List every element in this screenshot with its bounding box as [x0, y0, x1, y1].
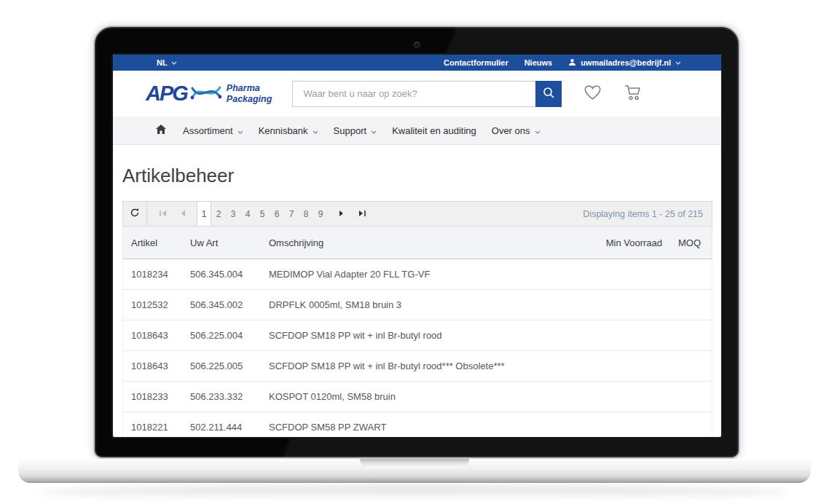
cell-uw-art: 506.225.005: [190, 361, 269, 371]
nav-home-button[interactable]: [155, 124, 167, 137]
cell-uw-art: 506.345.002: [190, 299, 269, 310]
table-row[interactable]: 1018643 506.225.004 SCFDOP SM18 PP wit +…: [122, 320, 712, 351]
cell-artikel: 1018221: [123, 422, 190, 433]
cell-uw-art: 506.225.004: [190, 330, 269, 341]
page-number-6[interactable]: 6: [270, 202, 284, 226]
page-number-1[interactable]: 1: [197, 202, 211, 226]
cell-artikel: 1018234: [123, 269, 190, 280]
search-input[interactable]: [292, 81, 535, 107]
cell-uw-art: 506.345.004: [190, 269, 269, 280]
cell-omschrijving: SCFDOP SM58 PP ZWART: [269, 422, 582, 433]
nav-item-assortiment[interactable]: Assortiment: [183, 125, 243, 136]
language-selector[interactable]: NL: [157, 58, 177, 67]
nav-item-label: Kennisbank: [259, 125, 308, 136]
chevron-down-icon: [535, 125, 541, 136]
cell-omschrijving: KOSPOT 0120ml, SM58 bruin: [269, 391, 582, 402]
article-grid: 1 2 3 4 5 6 7 8 9: [122, 201, 712, 437]
pager-prev-icon: [180, 209, 186, 219]
company-logo[interactable]: APG Pharma Packaging: [146, 82, 272, 106]
chevron-down-icon: [171, 61, 177, 65]
nav-item-label: Kwaliteit en auditing: [392, 125, 476, 136]
nav-item-support[interactable]: Support: [334, 125, 377, 136]
nav-item-kennisbank[interactable]: Kennisbank: [259, 125, 318, 136]
laptop-base: [18, 459, 811, 483]
utility-bar: NL Contactformulier Nieuws uwmailadres@b…: [113, 55, 721, 71]
home-icon: [155, 124, 167, 137]
page-number-3[interactable]: 3: [226, 202, 240, 226]
laptop-reflection: [40, 486, 789, 499]
table-row[interactable]: 1012532 506.345.002 DRPFLK 0005ml, SM18 …: [122, 290, 712, 320]
pager-pages: 1 2 3 4 5 6 7 8 9: [197, 202, 328, 226]
grid-toolbar: 1 2 3 4 5 6 7 8 9: [122, 201, 712, 227]
column-header-artikel[interactable]: Artikel: [123, 237, 190, 248]
user-icon: [568, 58, 576, 68]
nav-item-kwaliteit[interactable]: Kwaliteit en auditing: [392, 125, 476, 136]
table-row[interactable]: 1018233 506.233.332 KOSPOT 0120ml, SM58 …: [122, 382, 712, 412]
pager-next-icon: [339, 209, 345, 219]
table-row[interactable]: 1018643 506.225.005 SCFDOP SM18 PP wit +…: [122, 351, 712, 382]
dna-swirl-icon: [190, 82, 222, 106]
cell-uw-art: 506.233.332: [190, 391, 269, 402]
nav-item-label: Assortiment: [183, 125, 233, 136]
column-header-moq[interactable]: MOQ: [662, 237, 712, 248]
contact-form-link[interactable]: Contactformulier: [444, 58, 508, 67]
logo-tagline: Pharma Packaging: [227, 83, 272, 104]
cell-artikel: 1018233: [123, 391, 190, 402]
cell-artikel: 1018643: [123, 330, 190, 341]
language-label: NL: [157, 58, 168, 67]
laptop-lid-notch: [360, 459, 469, 468]
cell-omschrijving: MEDIMOP Vial Adapter 20 FLL TG-VF: [269, 269, 582, 280]
page-number-5[interactable]: 5: [255, 202, 270, 226]
table-row[interactable]: 1018221 502.211.444 SCFDOP SM58 PP ZWART: [122, 412, 712, 437]
logo-text: APG: [146, 83, 187, 104]
main-navigation: Assortiment Kennisbank Support Kwaliteit…: [113, 117, 721, 145]
chevron-down-icon: [371, 125, 377, 136]
nav-item-label: Over ons: [492, 125, 530, 136]
nav-item-over-ons[interactable]: Over ons: [492, 125, 541, 136]
wishlist-button[interactable]: [584, 84, 602, 103]
news-link[interactable]: Nieuws: [524, 58, 553, 67]
cell-artikel: 1012532: [123, 299, 190, 310]
pagination-status: Displaying items 1 - 25 of 215: [583, 209, 703, 219]
user-email: uwmailadres@bedrijf.nl: [581, 58, 671, 67]
pager-first-button[interactable]: [154, 202, 170, 226]
cart-button[interactable]: [624, 84, 643, 104]
cell-omschrijving: SCFDOP SM18 PP wit + inl Br-butyl rood**…: [269, 361, 582, 371]
cell-omschrijving: SCFDOP SM18 PP wit + inl Br-butyl rood: [269, 330, 582, 341]
cell-uw-art: 502.211.444: [190, 422, 269, 433]
page-number-4[interactable]: 4: [240, 202, 255, 226]
page-number-8[interactable]: 8: [299, 202, 313, 226]
pager-prev-button[interactable]: [175, 202, 191, 226]
pager-last-icon: [358, 209, 366, 219]
refresh-icon: [130, 208, 140, 220]
cell-omschrijving: DRPFLK 0005ml, SM18 bruin 3: [269, 299, 582, 310]
webcam-dot: [414, 42, 420, 47]
search-icon: [543, 87, 555, 101]
chevron-down-icon: [313, 125, 318, 136]
site-header: APG Pharma Packaging: [113, 71, 721, 117]
cell-artikel: 1018643: [123, 361, 190, 371]
page-number-2[interactable]: 2: [211, 202, 226, 226]
heart-icon: [584, 84, 602, 103]
page-title: Artikelbeheer: [122, 165, 712, 187]
table-row[interactable]: 1018234 506.345.004 MEDIMOP Vial Adapter…: [122, 259, 712, 290]
laptop-lid: NL Contactformulier Nieuws uwmailadres@b…: [93, 25, 740, 459]
account-menu[interactable]: uwmailadres@bedrijf.nl: [568, 58, 681, 68]
search-button[interactable]: [535, 81, 562, 107]
pager-next-button[interactable]: [334, 202, 350, 226]
column-header-uw-art[interactable]: Uw Art: [190, 237, 269, 248]
refresh-button[interactable]: [123, 202, 147, 226]
column-header-min-voorraad[interactable]: Min Voorraad: [582, 237, 662, 248]
column-header-omschrijving[interactable]: Omschrijving: [269, 237, 582, 248]
pager-last-button[interactable]: [354, 202, 370, 226]
desktop-background: NL Contactformulier Nieuws uwmailadres@b…: [0, 0, 829, 504]
page-number-7[interactable]: 7: [284, 202, 299, 226]
page-number-9[interactable]: 9: [313, 202, 328, 226]
chevron-down-icon: [675, 61, 681, 65]
nav-item-label: Support: [334, 125, 367, 136]
cart-icon: [624, 84, 643, 104]
laptop-screen: NL Contactformulier Nieuws uwmailadres@b…: [113, 55, 721, 437]
chevron-down-icon: [237, 125, 243, 136]
table-header-row: Artikel Uw Art Omschrijving Min Voorraad…: [122, 227, 712, 259]
pager-first-icon: [159, 209, 167, 219]
